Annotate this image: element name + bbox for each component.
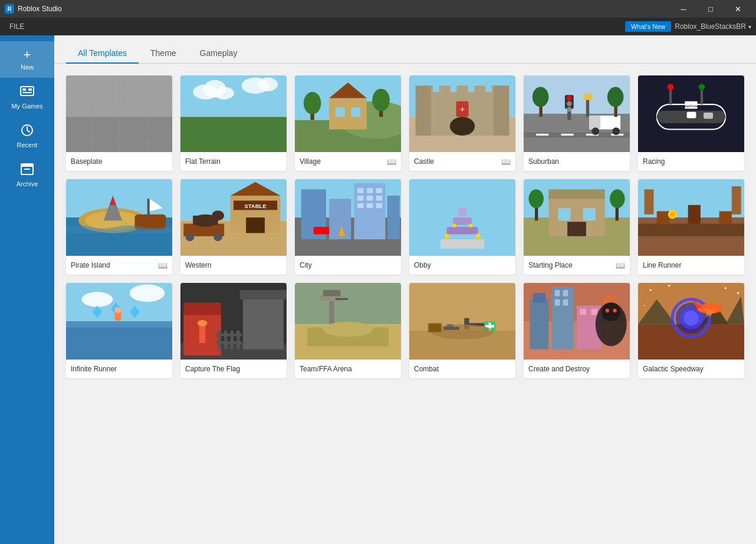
svg-point-140 <box>610 189 624 208</box>
template-thumb-starting-place <box>524 179 630 256</box>
template-thumb-create-and-destroy <box>524 283 630 360</box>
template-card-racing[interactable]: Start/Finish <box>638 75 744 171</box>
templates-grid: Baseplate <box>66 75 744 378</box>
svg-rect-145 <box>688 205 701 224</box>
template-thumb-combat <box>409 283 515 360</box>
template-thumb-line-runner <box>638 179 744 256</box>
svg-rect-149 <box>645 189 654 214</box>
svg-point-166 <box>198 320 208 327</box>
template-label-castle: Castle 📖 <box>409 152 515 171</box>
svg-rect-75 <box>669 89 672 104</box>
maximize-button[interactable]: □ <box>697 0 724 18</box>
username-label: Roblox_BlueStacksBR <box>675 22 746 31</box>
titlebar: R Roblox Studio ─ □ ✕ <box>0 0 756 18</box>
template-card-obby[interactable]: Obby <box>409 179 515 275</box>
svg-point-78 <box>699 84 705 90</box>
template-card-western[interactable]: STABLE <box>180 179 287 275</box>
template-card-castle[interactable]: + Castle 📖 <box>409 75 515 171</box>
svg-rect-5 <box>21 166 33 174</box>
svg-rect-29 <box>336 107 345 117</box>
svg-rect-0 <box>21 87 34 95</box>
user-menu[interactable]: Roblox_BlueStacksBR ▾ <box>675 22 751 31</box>
template-card-combat[interactable]: Combat <box>409 283 515 378</box>
svg-point-65 <box>612 127 620 135</box>
svg-rect-167 <box>243 293 284 349</box>
template-thumb-village <box>295 75 401 152</box>
main-layout: + New My Games Recent <box>0 35 756 544</box>
svg-rect-117 <box>367 203 373 208</box>
sidebar-item-my-games[interactable]: My Games <box>0 78 54 117</box>
svg-rect-202 <box>555 299 560 306</box>
svg-point-154 <box>130 285 165 302</box>
template-thumb-suburban <box>524 75 630 152</box>
svg-rect-39 <box>439 85 451 98</box>
sidebar-item-new[interactable]: + New <box>0 41 54 78</box>
template-card-baseplate[interactable]: Baseplate <box>66 75 172 171</box>
svg-text:Start/Finish: Start/Finish <box>683 104 699 108</box>
template-thumb-infinite-runner <box>66 283 172 360</box>
svg-rect-52 <box>561 134 574 136</box>
template-card-flat-terrain[interactable]: Flat Terrain <box>180 75 287 171</box>
svg-rect-61 <box>584 94 593 100</box>
tabs-bar: All Templates Theme Gameplay <box>54 35 756 64</box>
template-label-infinite-runner: Infinite Runner <box>66 360 172 378</box>
template-card-create-and-destroy[interactable]: Create and Destroy <box>524 283 630 378</box>
svg-rect-174 <box>216 341 241 344</box>
template-card-suburban[interactable]: Suburban <box>524 75 630 171</box>
svg-point-227 <box>737 292 739 294</box>
svg-point-23 <box>258 78 278 91</box>
template-card-line-runner[interactable]: Line Runner <box>638 179 744 275</box>
template-card-infinite-runner[interactable]: Infinite Runner <box>66 283 172 378</box>
close-button[interactable]: ✕ <box>724 0 751 18</box>
template-thumb-western: STABLE <box>180 179 287 256</box>
template-label-western: Western <box>180 256 287 275</box>
template-thumb-city <box>295 179 401 256</box>
svg-rect-27 <box>329 98 367 130</box>
svg-point-148 <box>670 212 675 216</box>
tab-theme[interactable]: Theme <box>139 44 188 64</box>
svg-point-64 <box>591 127 599 135</box>
template-label-create-and-destroy: Create and Destroy <box>524 360 630 378</box>
svg-point-69 <box>607 87 624 107</box>
sidebar-item-archive[interactable]: Archive <box>0 156 54 194</box>
svg-point-67 <box>533 87 549 107</box>
svg-point-21 <box>214 87 234 99</box>
svg-point-103 <box>212 210 224 220</box>
svg-point-126 <box>444 234 449 239</box>
sidebar-my-games-label: My Games <box>11 103 42 110</box>
svg-rect-6 <box>21 164 33 166</box>
app-title: Roblox Studio <box>18 5 62 13</box>
svg-rect-122 <box>441 239 484 249</box>
minimize-button[interactable]: ─ <box>670 0 697 18</box>
tab-gameplay[interactable]: Gameplay <box>188 44 249 64</box>
svg-rect-165 <box>199 324 206 343</box>
svg-rect-200 <box>555 290 560 296</box>
template-card-capture-the-flag[interactable]: Capture The Flag <box>180 283 287 378</box>
template-thumb-baseplate <box>66 75 172 152</box>
template-card-galactic-speedway[interactable]: Galactic Speedway <box>638 283 744 378</box>
template-card-starting-place[interactable]: Starting Place 📖 <box>524 179 630 275</box>
svg-rect-63 <box>589 116 600 129</box>
sidebar: + New My Games Recent <box>0 35 54 544</box>
whats-new-button[interactable]: What's New <box>625 21 671 32</box>
book-icon-starting-place: 📖 <box>616 261 625 270</box>
template-card-team-ffa-arena[interactable]: Team/FFA Arena <box>295 283 401 378</box>
sidebar-new-label: New <box>21 64 34 71</box>
template-card-village[interactable]: Village 📖 <box>295 75 401 171</box>
svg-rect-199 <box>552 287 574 350</box>
template-card-pirate-island[interactable]: Pirate Island 📖 <box>66 179 172 275</box>
svg-rect-203 <box>563 299 568 306</box>
svg-point-76 <box>668 84 674 90</box>
svg-rect-155 <box>66 321 172 328</box>
svg-point-226 <box>725 287 727 289</box>
svg-rect-192 <box>429 324 441 331</box>
template-card-city[interactable]: City <box>295 179 401 275</box>
sidebar-item-recent[interactable]: Recent <box>0 117 54 156</box>
svg-rect-164 <box>183 302 221 315</box>
templates-grid-area: Baseplate <box>54 64 756 544</box>
tab-all-templates[interactable]: All Templates <box>66 44 139 64</box>
svg-rect-40 <box>456 85 468 98</box>
svg-rect-133 <box>548 189 604 199</box>
svg-rect-119 <box>314 227 329 235</box>
file-menu[interactable]: FILE <box>5 18 29 35</box>
